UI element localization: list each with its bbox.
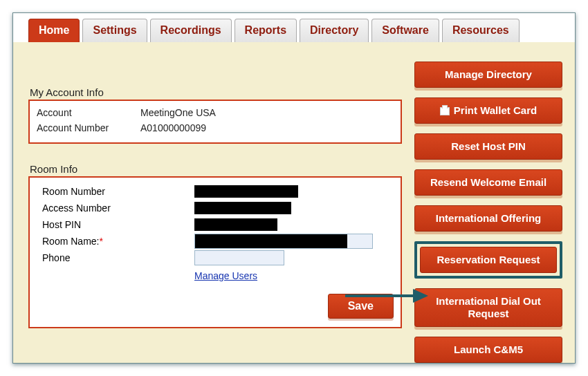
host-pin-value-redacted [194,218,277,231]
account-value: MeetingOne USA [140,107,394,118]
tab-settings[interactable]: Settings [82,19,147,42]
account-number-value: A01000000099 [140,122,394,133]
left-column: My Account Info Account MeetingOne USA A… [28,59,402,328]
resend-welcome-button[interactable]: Resend Welcome Email [414,169,562,196]
right-column: Manage Directory Print Wallet Card Reset… [414,59,562,363]
reservation-highlight: Reservation Request [414,241,562,279]
account-panel: Account MeetingOne USA Account Number A0… [28,100,402,144]
room-panel: Room Number Access Number Host PIN Room … [28,176,402,328]
printer-icon [440,107,450,115]
access-number-label: Access Number [42,203,194,214]
room-number-label: Room Number [42,186,194,197]
tab-bar: Home Settings Recordings Reports Directo… [13,13,575,43]
required-asterisk: * [99,236,102,247]
account-section-title: My Account Info [30,86,402,98]
tab-recordings[interactable]: Recordings [150,19,232,42]
international-dial-out-button[interactable]: International Dial Out Request [414,288,562,327]
save-button[interactable]: Save [328,294,394,319]
app-frame: Home Settings Recordings Reports Directo… [12,12,576,364]
host-pin-label: Host PIN [42,219,194,230]
room-name-label: Room Name:* [42,236,194,247]
tab-resources[interactable]: Resources [442,19,520,42]
content: My Account Info Account MeetingOne USA A… [13,45,575,363]
tab-home[interactable]: Home [28,19,80,42]
room-section-title: Room Info [30,163,402,175]
tab-directory[interactable]: Directory [300,19,369,42]
phone-label: Phone [42,252,194,263]
tab-reports[interactable]: Reports [235,19,297,42]
print-wallet-label: Print Wallet Card [454,104,537,116]
access-number-value-redacted [194,202,291,214]
tab-software[interactable]: Software [371,19,439,42]
manage-directory-button[interactable]: Manage Directory [414,62,562,88]
reset-host-pin-button[interactable]: Reset Host PIN [414,133,562,160]
print-wallet-button[interactable]: Print Wallet Card [414,97,562,124]
reservation-request-button[interactable]: Reservation Request [420,247,557,273]
phone-input[interactable] [194,250,284,265]
room-name-input[interactable] [194,234,373,249]
manage-users-link[interactable]: Manage Users [194,270,257,281]
account-number-label: Account Number [37,122,140,133]
launch-cm5-button[interactable]: Launch C&M5 [414,337,562,363]
account-label: Account [37,107,140,118]
international-offering-button[interactable]: International Offering [414,205,562,232]
room-number-value-redacted [194,185,298,198]
